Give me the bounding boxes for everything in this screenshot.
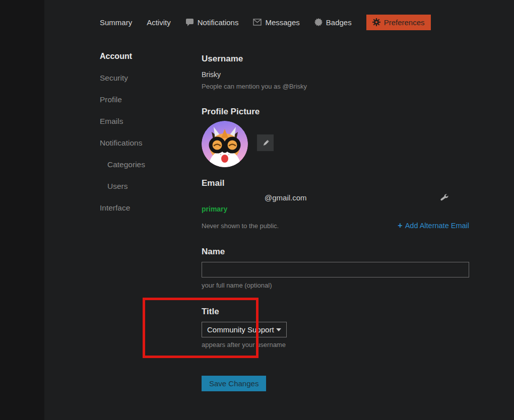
name-heading: Name [202,246,469,257]
wrench-icon [440,193,449,202]
sidebar-item-emails[interactable]: Emails [100,117,145,138]
edit-avatar-button[interactable] [257,134,274,151]
user-nav: Summary Activity Notifications Messages … [100,14,431,30]
sidebar-item-account-label: Account [100,52,132,61]
add-alternate-email-label: Add Alternate Email [405,222,469,230]
badge-icon [314,18,323,26]
email-hint: Never shown to the public. [202,222,279,230]
sidebar-item-categories[interactable]: Categories [100,160,145,182]
title-select[interactable]: Community Support [202,322,287,337]
save-changes-button[interactable]: Save Changes [202,376,266,391]
tab-messages-label: Messages [265,18,299,27]
username-hint: People can mention you as @Brisky [202,82,469,91]
tab-preferences-label: Preferences [384,18,425,27]
sidebar-item-categories-label: Categories [107,160,145,169]
tab-messages[interactable]: Messages [253,18,299,27]
add-alternate-email-link[interactable]: + Add Alternate Email [398,221,469,230]
sidebar-item-notifications-label: Notifications [100,138,142,148]
email-settings-button[interactable] [440,193,449,202]
preferences-account-panel: Username Brisky People can mention you a… [202,50,469,391]
sidebar-item-users[interactable]: Users [100,182,145,203]
tab-badges-label: Badges [326,18,352,27]
sidebar-item-account[interactable]: Account [100,52,145,74]
sidebar-item-interface[interactable]: Interface [100,203,145,225]
sidebar-item-users-label: Users [107,182,127,191]
title-heading: Title [202,306,469,317]
envelope-icon [253,19,262,26]
tab-notifications[interactable]: Notifications [185,18,239,27]
username-value: Brisky [202,70,469,79]
email-primary-badge: primary [202,205,469,213]
name-input[interactable] [202,262,469,277]
settings-sidebar: Account Security Profile Emails Notifica… [100,52,145,225]
tab-activity[interactable]: Activity [147,18,171,27]
title-hint: appears after your username [202,340,469,349]
tab-activity-label: Activity [147,18,171,27]
tab-summary[interactable]: Summary [100,18,132,27]
sidebar-item-notifications[interactable]: Notifications [100,138,145,160]
email-heading: Email [202,178,469,189]
title-select-value: Community Support [207,325,274,334]
avatar [202,121,248,167]
tab-preferences[interactable]: Preferences [366,15,431,30]
sidebar-item-security[interactable]: Security [100,74,145,95]
sidebar-item-security-label: Security [100,74,128,83]
name-hint: your full name (optional) [202,281,469,290]
tab-badges[interactable]: Badges [314,18,352,27]
page-background: Summary Activity Notifications Messages … [44,0,514,420]
email-value: @gmail.com [202,193,307,202]
tab-notifications-label: Notifications [198,18,239,27]
chevron-down-icon [276,328,281,331]
sidebar-item-profile[interactable]: Profile [100,95,145,117]
profile-picture-heading: Profile Picture [202,106,469,117]
sidebar-item-interface-label: Interface [100,203,130,213]
pencil-icon [262,139,270,147]
sidebar-item-emails-label: Emails [100,117,123,126]
gear-icon [372,18,380,26]
username-heading: Username [202,53,469,64]
sidebar-item-profile-label: Profile [100,95,122,104]
tab-summary-label: Summary [100,18,132,27]
speech-bubble-icon [185,18,194,26]
plus-icon: + [398,221,402,230]
